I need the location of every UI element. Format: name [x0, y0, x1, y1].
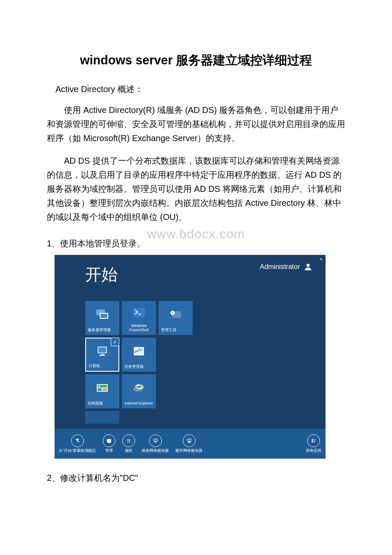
user-account-area[interactable]: Administrator: [260, 262, 313, 272]
svg-point-25: [312, 440, 313, 441]
tile-server-manager[interactable]: 服务器管理器: [85, 301, 119, 335]
tile-placeholder: [85, 411, 119, 424]
tile-label: 任务管理器: [122, 365, 156, 369]
start-screen-screenshot: ↖ 开始 Administrator 服务器管理器 Windows PowerS…: [55, 255, 326, 459]
tile-label: 管理工具: [159, 328, 193, 332]
svg-point-7: [172, 312, 173, 313]
svg-rect-16: [98, 388, 102, 391]
all-apps-icon: [307, 434, 320, 447]
tiles-grid: 服务器管理器 Windows PowerShell 管理工具 计算机 任务管理: [85, 301, 193, 408]
svg-point-26: [312, 442, 313, 442]
control-panel-icon: [85, 374, 119, 402]
tile-label: Windows PowerShell: [122, 324, 156, 332]
appbar-all-apps[interactable]: 所有应用: [306, 434, 321, 453]
cursor-icon: ↖: [320, 256, 323, 263]
svg-rect-17: [103, 388, 107, 391]
appbar-unpin[interactable]: 从"开始"屏幕取消固定: [59, 434, 96, 453]
admin-tools-icon: [159, 301, 193, 328]
appbar-label: 管理: [105, 449, 113, 453]
section-subtitle: Active Directory 概述：: [47, 83, 345, 95]
svg-rect-22: [154, 439, 157, 441]
document-title: windows server 服务器建立域控详细过程: [47, 51, 345, 70]
tile-powershell[interactable]: Windows PowerShell: [122, 301, 156, 335]
appbar-label: 从"开始"屏幕取消固定: [59, 449, 96, 453]
svg-rect-11: [99, 355, 105, 356]
svg-rect-3: [101, 314, 107, 318]
unpin-icon: [71, 434, 84, 447]
powershell-icon: [122, 301, 156, 324]
svg-rect-23: [187, 439, 191, 441]
tile-label: 计算机: [86, 364, 118, 368]
user-label: Administrator: [260, 262, 300, 272]
appbar-manage[interactable]: 管理: [103, 434, 115, 453]
svg-rect-21: [108, 442, 110, 443]
task-manager-icon: [122, 338, 156, 365]
svg-rect-4: [133, 308, 145, 317]
disconnect-drive-icon: [183, 434, 196, 447]
svg-point-0: [306, 263, 309, 266]
svg-rect-10: [100, 354, 104, 355]
svg-point-15: [99, 385, 100, 387]
svg-rect-12: [134, 347, 144, 356]
step-2-text: 2、修改计算机名为"DC": [47, 471, 345, 484]
appbar-label: 断开网络驱动器: [176, 449, 202, 453]
server-manager-icon: [85, 301, 119, 328]
step-1-text: 1、使用本地管理员登录。: [47, 237, 345, 250]
appbar-properties[interactable]: 属性: [122, 434, 135, 453]
tile-admin-tools[interactable]: 管理工具: [159, 301, 193, 335]
manage-icon: [103, 434, 115, 447]
appbar-label: 属性: [125, 449, 133, 453]
paragraph-2: AD DS 提供了一个分布式数据库，该数据库可以存储和管理有关网络资源的信息，以…: [47, 154, 345, 224]
tile-task-manager[interactable]: 任务管理器: [122, 338, 156, 372]
svg-point-24: [312, 439, 313, 440]
map-drive-icon: [149, 434, 162, 447]
appbar-disconnect-drive[interactable]: 断开网络驱动器: [176, 434, 202, 453]
tile-label: 服务器管理器: [85, 328, 119, 332]
svg-rect-9: [98, 347, 106, 353]
tile-control-panel[interactable]: 控制面板: [85, 374, 119, 408]
computer-icon: [86, 338, 118, 364]
tile-label: Internet Explorer: [122, 402, 156, 406]
appbar-map-drive[interactable]: 映射网络驱动器: [142, 434, 169, 453]
app-bar: 从"开始"屏幕取消固定 管理 属性 映射网络驱动器 断开网络驱动器: [55, 429, 326, 459]
properties-icon: [122, 434, 135, 447]
user-icon: [303, 262, 313, 272]
paragraph-1: 使用 Active Directory(R) 域服务 (AD DS) 服务器角色…: [47, 103, 345, 145]
ie-icon: [122, 374, 156, 402]
svg-rect-20: [107, 439, 111, 442]
appbar-label: 映射网络驱动器: [142, 449, 169, 453]
tile-computer[interactable]: 计算机: [85, 338, 119, 372]
appbar-label: 所有应用: [306, 449, 321, 453]
start-title: 开始: [85, 263, 118, 287]
tile-internet-explorer[interactable]: Internet Explorer: [122, 374, 156, 408]
tile-label: 控制面板: [85, 402, 119, 406]
